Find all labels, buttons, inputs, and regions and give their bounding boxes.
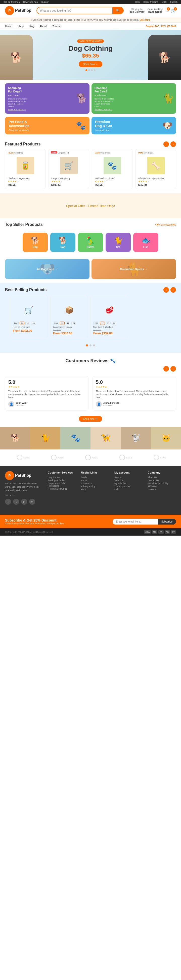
scroll-next-button[interactable]: ›: [170, 287, 176, 293]
scroll-card-2[interactable]: 📦 200 12 17 24 Large breed puppy $410.00…: [50, 296, 88, 338]
footer-link-privacy[interactable]: Privacy Policy: [81, 485, 110, 488]
footer-link-track[interactable]: Track your Order: [48, 479, 76, 482]
scroll-var-12[interactable]: 12: [60, 321, 65, 325]
footer-logo-icon: P: [5, 471, 14, 480]
nav-contact[interactable]: Contact: [52, 25, 61, 28]
footer-link-cart[interactable]: View Cart: [114, 479, 143, 482]
scroll-var-12[interactable]: 12: [19, 321, 24, 325]
scroll-card-3-name: Mini beef & chicken: [93, 326, 125, 328]
scroll-prev-button[interactable]: ‹: [163, 287, 169, 293]
newsletter-subscribe-button[interactable]: Subscribe: [158, 519, 176, 525]
photo-cell-3[interactable]: 🐾: [60, 427, 91, 449]
hero-dot-4[interactable]: [94, 69, 96, 71]
dog-food-banner[interactable]: 🐶 All Dog Food →: [5, 259, 90, 279]
reviews-next-button[interactable]: ›: [170, 366, 176, 372]
hero-dot-2[interactable]: [88, 69, 90, 71]
promo-card-cats[interactable]: ShoppingFor Cats? FoodTreats Biscuits & …: [91, 83, 176, 114]
topbar-support-link[interactable]: Support: [42, 1, 50, 3]
product-card-1[interactable]: HILLS Adult Dog 🥫 Chicken & vegetables ★…: [5, 149, 45, 189]
nav-blog[interactable]: Blog: [29, 25, 34, 28]
nav-shop[interactable]: Shop: [18, 25, 24, 28]
logo[interactable]: P PëtShop: [5, 6, 31, 15]
footer-link-bulk[interactable]: Corporate & Bulk Purchasing: [48, 482, 76, 487]
footer-link-help2[interactable]: Help: [114, 488, 143, 491]
product-card-2[interactable]: -20% HILLS Large Breed 🛒 Large breed pup…: [48, 149, 89, 189]
footer-link-returns[interactable]: Returns & Refunds: [48, 488, 76, 490]
social-facebook-btn[interactable]: f: [5, 499, 11, 505]
category-card-dog2[interactable]: 🐕 Dog: [50, 233, 75, 252]
reviews-prev-button[interactable]: ‹: [163, 366, 169, 372]
social-youtube-btn[interactable]: yt: [29, 499, 35, 505]
search-button[interactable]: 🔍: [112, 7, 123, 14]
social-twitter-btn[interactable]: t: [13, 499, 19, 505]
product-card-4[interactable]: IAMS Mini Breed 🦴 Wholesome puppy starte…: [136, 149, 176, 189]
banner-pet-food[interactable]: Pet Food &Accessories Shopping for you p…: [5, 117, 90, 135]
top-seller-view-all[interactable]: View all categories: [155, 223, 176, 226]
footer-link-about[interactable]: About: [81, 479, 110, 482]
scroll-var-24[interactable]: 24: [112, 321, 116, 325]
scroll-card-1[interactable]: 🛒 200 12 17 24 Hills science diet From $…: [10, 296, 48, 338]
scroll-var-17[interactable]: 17: [106, 321, 111, 325]
footer-link-wishlist[interactable]: My Wishlist: [114, 482, 143, 485]
promo-dogs-cta[interactable]: VIEW ALL SHOP →: [8, 108, 86, 111]
footer-link-careers[interactable]: Careers: [148, 488, 176, 491]
slider-dot-3[interactable]: [93, 344, 95, 347]
promo-cats-cta[interactable]: VIEW ALL SHOP →: [95, 108, 173, 111]
hero-cta-button[interactable]: Shop Now →: [78, 61, 103, 67]
footer-link-signin[interactable]: Sign In: [114, 476, 143, 479]
footer-link-affiliates[interactable]: Affiliates: [148, 485, 176, 488]
photo-cell-4[interactable]: 🦮: [91, 427, 121, 449]
hero-dot-3[interactable]: [91, 69, 93, 71]
footer-link-faq[interactable]: FAQ: [81, 488, 110, 491]
topbar-help-link[interactable]: Help: [135, 1, 140, 3]
slider-dot-1[interactable]: [86, 344, 88, 347]
category-card-parrot[interactable]: 🦜 Parrot: [78, 233, 103, 252]
promo-banner-link[interactable]: Click Here: [139, 19, 150, 21]
footer-link-help[interactable]: Help Center: [48, 476, 76, 479]
nav-about[interactable]: About: [40, 25, 47, 28]
photo-cell-6[interactable]: 🐱: [151, 427, 181, 449]
scroll-var-200[interactable]: 200: [53, 321, 59, 325]
category-card-fish[interactable]: 🐟 Fish: [133, 233, 159, 252]
cat-banner-text: Colombian Spices →: [120, 267, 147, 270]
photo-cell-1[interactable]: 🐕: [0, 427, 30, 449]
search-input[interactable]: [37, 8, 112, 14]
scroll-var-24[interactable]: 24: [31, 321, 36, 325]
cat-food-banner[interactable]: 🐈 Colombian Spices →: [91, 259, 176, 279]
banner-premium[interactable]: PremiumDog & Cat Arriving to you 🐶: [91, 117, 176, 135]
scroll-var-200[interactable]: 200: [13, 321, 19, 325]
featured-next-button[interactable]: ›: [170, 142, 176, 147]
photo-cell-2[interactable]: 🐈: [30, 427, 60, 449]
cart-button[interactable]: 🛒0: [171, 8, 176, 13]
hero-dot-1[interactable]: [85, 69, 87, 71]
scroll-card-3[interactable]: 🥩 200 12 17 24 Mini beef & chicken $250.…: [91, 296, 128, 338]
featured-prev-button[interactable]: ‹: [163, 142, 169, 147]
topbar-app-link[interactable]: Download App: [23, 1, 38, 3]
category-card-dog-food[interactable]: 🐕 Dog: [22, 233, 48, 252]
category-card-cat[interactable]: 🐈 Cat: [106, 233, 131, 252]
topbar-sell-link[interactable]: Sell on PetShop: [3, 1, 20, 3]
footer-link-track-order[interactable]: Track My Order: [114, 485, 143, 488]
shop-now-button[interactable]: Shop now 🛒: [79, 416, 102, 422]
slider-dot-2[interactable]: [90, 344, 91, 347]
footer-link-contact[interactable]: Contact Us: [81, 482, 110, 485]
footer-link-aboutus[interactable]: About Us: [148, 476, 176, 479]
newsletter-email-input[interactable]: [113, 519, 158, 525]
nav-home[interactable]: Home: [5, 25, 12, 28]
scroll-var-17[interactable]: 17: [66, 321, 70, 325]
topbar-lang-link[interactable]: English: [170, 1, 178, 3]
promo-card-dogs[interactable]: ShoppingFor Dogs? FoodTreats Biscuits & …: [5, 83, 90, 114]
footer-link-contactus[interactable]: Contact Us: [148, 479, 176, 482]
product-card-3[interactable]: IAMS Mini Breed 🐾 Mini beef & chicken ★★…: [92, 149, 133, 189]
social-linkedin-btn[interactable]: in: [21, 499, 27, 505]
scroll-var-12[interactable]: 12: [100, 321, 105, 325]
scroll-var-24[interactable]: 24: [71, 321, 76, 325]
topbar-tracking-link[interactable]: Order Tracking: [143, 1, 159, 3]
photo-cell-5[interactable]: 🐩: [121, 427, 151, 449]
wishlist-button[interactable]: ♡0: [165, 8, 169, 13]
footer-link-deals[interactable]: Deals: [81, 476, 110, 479]
topbar-usd-link[interactable]: USD: [162, 1, 167, 3]
footer-link-social-resp[interactable]: Social Responsibility: [148, 482, 176, 485]
scroll-var-200[interactable]: 200: [93, 321, 99, 325]
scroll-var-17[interactable]: 17: [26, 321, 30, 325]
